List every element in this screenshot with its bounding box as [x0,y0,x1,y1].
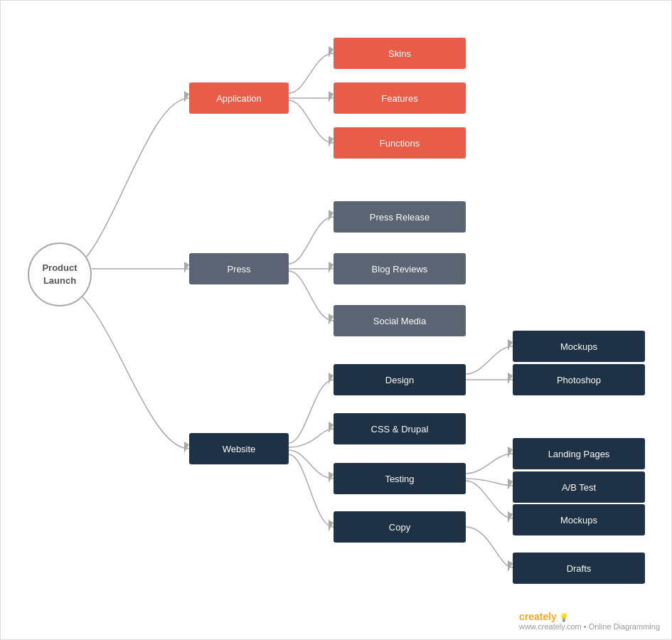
node-press[interactable]: Press [189,253,289,284]
svg-marker-12 [329,520,334,531]
node-blog-reviews[interactable]: Blog Reviews [334,253,466,284]
node-photoshop[interactable]: Photoshop [513,364,645,395]
node-website[interactable]: Website [189,433,289,464]
svg-marker-18 [508,560,513,572]
node-product-launch[interactable]: Product Launch [28,242,92,306]
svg-marker-0 [184,91,189,102]
node-features[interactable]: Features [334,82,466,114]
node-testing[interactable]: Testing [334,463,466,494]
node-copy[interactable]: Copy [334,511,466,543]
svg-marker-16 [508,479,513,490]
node-css-drupal[interactable]: CSS & Drupal [334,413,466,444]
node-functions[interactable]: Functions [334,127,466,159]
svg-marker-3 [329,46,334,58]
svg-marker-4 [329,91,334,102]
tagline: www.creately.com • Online Diagramming [519,622,660,631]
svg-marker-10 [329,422,334,433]
node-ab-test[interactable]: A/B Test [513,471,645,503]
svg-marker-8 [329,314,334,325]
bulb-icon: 💡 [559,613,569,622]
svg-marker-2 [184,442,189,453]
watermark: creately 💡 www.creately.com • Online Dia… [519,611,660,631]
node-skins[interactable]: Skins [334,38,466,69]
node-mockups-design[interactable]: Mockups [513,331,645,362]
node-drafts[interactable]: Drafts [513,553,645,584]
svg-marker-7 [329,262,334,273]
node-design[interactable]: Design [334,364,466,395]
node-social-media[interactable]: Social Media [334,305,466,336]
node-application[interactable]: Application [189,82,289,114]
svg-marker-13 [508,339,513,351]
svg-marker-14 [508,373,513,384]
svg-marker-11 [329,471,334,483]
node-landing-pages[interactable]: Landing Pages [513,438,645,469]
svg-marker-15 [508,447,513,458]
svg-marker-6 [329,210,334,221]
node-mockups-testing[interactable]: Mockups [513,504,645,535]
node-press-release[interactable]: Press Release [334,201,466,233]
svg-marker-5 [329,136,334,147]
svg-marker-1 [184,262,189,273]
brand-name: creately [519,611,557,622]
svg-marker-17 [508,511,513,523]
svg-marker-9 [329,373,334,384]
canvas: Product Launch Application Press Website… [0,0,672,640]
